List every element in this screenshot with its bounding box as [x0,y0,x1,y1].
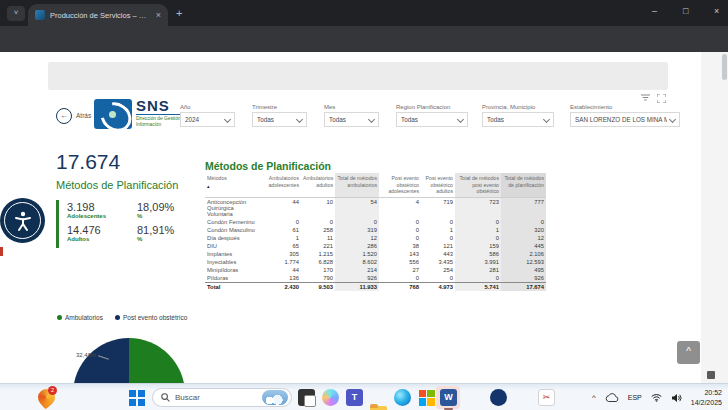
filter-icon[interactable] [641,94,650,102]
taskbar-search[interactable]: Buscar [152,388,292,407]
table-column-header[interactable]: Total de métodos ambulatorios [335,173,379,197]
table-total-row[interactable]: Total2.4309.50311.9337684.9735.74117.674 [205,282,546,291]
onedrive-cloud-icon[interactable] [605,393,619,403]
table-cell: 8.602 [335,258,379,266]
vertical-scrollbar[interactable] [722,54,727,80]
table-cell: 258 [301,226,335,234]
windows-taskbar: 2 Buscar T W ✂ ^ ESP [0,383,728,410]
clock[interactable]: 20:52 14/2/2025 [691,388,722,407]
table-cell: 723 [455,197,501,218]
table-column-header[interactable]: Total de métodos post evento obstétrico [455,173,501,197]
chevron-down-icon [543,116,550,123]
window-maximize-button[interactable]: □ [683,6,688,16]
table-row-label: Condón Femenino [205,218,263,226]
filter-label: Region Planificacion [396,104,468,110]
microsoft365-icon[interactable] [418,389,435,406]
filter-establecimiento-select[interactable]: SAN LORENZO DE LOS MINA M... [570,112,680,127]
table-cell: 12 [335,234,379,242]
table-cell: 0 [379,234,421,242]
table-column-header[interactable]: Ambulatorios adultos [301,173,335,197]
stat-value: 3.198 [67,201,137,213]
chevron-down-icon [368,116,375,123]
legend-item-post-evento[interactable]: Post evento obstétrico [115,314,187,321]
start-button[interactable] [128,389,145,406]
table-cell: 0 [379,274,421,283]
corner-widget-icon[interactable] [707,371,715,379]
back-label[interactable]: Atrás [76,112,91,119]
filter-value: Todas [401,116,418,123]
table-cell: 0 [379,226,421,234]
table-row[interactable]: Minipíldoras4417021427254281495 [205,266,546,274]
filter-ano: Año 2024 [180,104,235,127]
filter-label: Establecimiento [570,104,680,110]
window-close-button[interactable]: × [714,6,719,16]
scroll-to-top-button[interactable]: ^ [677,341,700,364]
table-cell: 1.774 [263,258,301,266]
accessibility-widget-button[interactable] [0,198,45,243]
table-cell: 0 [455,218,501,226]
system-tray: ^ ESP 20:52 14/2/2025 [592,384,722,410]
volume-icon[interactable] [671,393,682,403]
table-row[interactable]: Día después1111200012 [205,234,546,242]
table-cell: 61 [263,226,301,234]
search-highlight-image[interactable] [262,390,288,405]
task-view-button[interactable] [298,389,315,406]
dashboard-page: ← Atrás SNS Dirección de Gestión de la I… [0,52,728,383]
stat-value: 14.476 [67,224,137,236]
filter-trimestre-select[interactable]: Todas [252,112,307,127]
visual-toolbar [641,94,666,103]
pie-chart[interactable] [73,338,185,383]
tray-time: 20:52 [691,388,722,397]
table-row[interactable]: Inyectables1.7746.8288.6025563.4353.9911… [205,258,546,266]
edge-icon[interactable] [394,389,411,406]
filter-region-select[interactable]: Todas [396,112,468,127]
wifi-icon[interactable] [651,393,662,402]
browser-tab[interactable]: Producción de Servicios – RIES × [28,4,168,26]
table-row[interactable]: Píldoras136790926000926 [205,274,546,283]
table-row[interactable]: Anticoncepción Quirúrgica Voluntaria4410… [205,197,546,218]
notification-badge: 2 [48,386,57,395]
expand-icon[interactable] [657,94,666,103]
table-title: Métodos de Planificación [205,160,331,172]
copilot-icon[interactable] [322,389,339,406]
table-body: Anticoncepción Quirúrgica Voluntaria4410… [205,197,546,291]
word-icon[interactable]: W [440,389,457,406]
table-row[interactable]: Condón Femenino0000000 [205,218,546,226]
stat-label: Adolescentes [67,213,137,219]
table-column-header[interactable]: Post evento obstétrico adolescentes [379,173,421,197]
filter-provincia-select[interactable]: Todas [482,112,554,127]
file-explorer-icon[interactable] [370,406,387,410]
table-cell: 305 [263,250,301,258]
table-cell: 214 [335,266,379,274]
table-cell: 9.503 [301,282,335,291]
tray-chevron-icon[interactable]: ^ [592,393,596,402]
window-minimize-button[interactable]: – [652,6,657,16]
table-cell: 44 [263,266,301,274]
table-row[interactable]: Implantes3051.2151.5201434435862.106 [205,250,546,258]
table-cell: 136 [263,274,301,283]
language-indicator[interactable]: ESP [628,394,642,401]
stat-pct-label: % [137,236,174,242]
teams-icon[interactable]: T [346,389,363,406]
table-column-header[interactable]: Total de métodos de planificación [501,173,546,197]
legend-item-ambulatorios[interactable]: Ambulatorios [57,314,103,321]
table-column-header[interactable]: Post evento obstétrico adultos [421,173,455,197]
table-column-header[interactable]: Ambulatorios adolescentes [263,173,301,197]
table-cell: 556 [379,258,421,266]
tab-search-button[interactable]: ˅ [7,6,25,21]
snipping-tool-icon[interactable]: ✂ [538,389,555,406]
chevron-down-icon [457,116,464,123]
table-column-header[interactable]: Métodos▴ [205,173,263,197]
table-cell: 0 [455,234,501,242]
tab-close-icon[interactable]: × [156,11,161,20]
pinned-navy-app-icon[interactable] [490,389,507,406]
back-circle-button[interactable]: ← [56,108,72,124]
filter-mes-select[interactable]: Todas [324,112,379,127]
table-cell: 6.828 [301,258,335,266]
table-row[interactable]: Condón Masculino61258319011320 [205,226,546,234]
browser-titlebar: ˅ Producción de Servicios – RIES × + – □… [0,0,728,26]
new-tab-button[interactable]: + [176,7,182,19]
filter-ano-select[interactable]: 2024 [180,112,235,127]
table-row[interactable]: DIU6522128638121159445 [205,242,546,250]
table-row-label: Total [205,282,263,291]
